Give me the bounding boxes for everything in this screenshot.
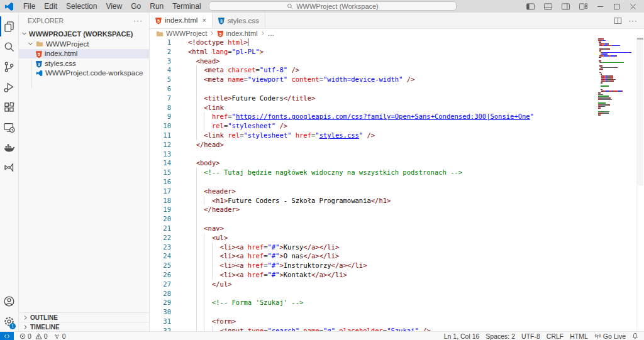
activity-extensions[interactable] <box>0 97 18 117</box>
code-line[interactable]: 16 <box>150 177 644 187</box>
code-line[interactable]: 8<link <box>150 103 644 112</box>
line-content: <!doctype html> <box>188 38 248 47</box>
status-encoding[interactable]: UTF-8 <box>521 332 540 340</box>
status-eol[interactable]: CRLF <box>547 332 564 340</box>
menu-file[interactable]: File <box>19 2 40 11</box>
status-notifications[interactable] <box>632 332 638 339</box>
code-line[interactable]: 3<head> <box>150 57 644 66</box>
tab-index.html[interactable]: 5index.html× <box>150 13 213 28</box>
command-center[interactable]: WWWProject (Workspace) <box>209 1 457 11</box>
problems-indicator[interactable]: 0 0 <box>19 332 48 340</box>
activity-explorer[interactable] <box>0 16 18 36</box>
code-line[interactable]: 20 <box>150 214 644 224</box>
activity-source-control[interactable] <box>0 57 18 77</box>
minimize-button[interactable] <box>597 3 604 10</box>
code-line[interactable]: 26<li><a href="#">Kontakt</a></li> <box>150 270 644 280</box>
restore-button[interactable] <box>613 3 620 10</box>
code-line[interactable]: 17<header> <box>150 187 644 196</box>
breadcrumb-item[interactable]: 5index.html <box>217 30 257 38</box>
line-content: </header> <box>188 205 240 214</box>
code-line[interactable]: 21<nav> <box>150 224 644 233</box>
customize-layout-icon[interactable] <box>579 3 587 10</box>
code-line[interactable]: 23<li><a href="#">Kursy</a></li> <box>150 243 644 252</box>
accounts-button[interactable] <box>0 291 18 311</box>
menu-edit[interactable]: Edit <box>40 2 62 11</box>
panel-timeline[interactable]: TIMELINE <box>19 322 149 331</box>
code-line[interactable]: 25<li><a href="#">Instruktorzy</a></li> <box>150 261 644 270</box>
bell-icon <box>632 332 638 339</box>
breadcrumb-item[interactable]: … <box>268 30 275 37</box>
code-editor[interactable]: 1<!doctype html>2<html lang="pl-PL">3<he… <box>150 38 644 331</box>
line-content: <li><a href="#">Instruktorzy</a></li> <box>188 261 367 270</box>
code-line[interactable]: 11<link rel="stylesheet" href="styles.cs… <box>150 131 644 140</box>
panel-timeline-label: TIMELINE <box>30 324 60 331</box>
toggle-secondary-sidebar-icon[interactable] <box>562 3 570 10</box>
activity-search[interactable] <box>0 36 18 57</box>
tree-item-WWWProject[interactable]: WWWProject <box>19 39 149 49</box>
activity-remote-explorer[interactable] <box>0 117 18 137</box>
workspace-root[interactable]: WWWPROJECT (WORKSPACE) <box>19 28 149 39</box>
activity-visual-studio[interactable] <box>0 157 18 177</box>
status-cursor-position[interactable]: Ln 1, Col 16 <box>444 332 480 340</box>
code-line[interactable]: 2<html lang="pl-PL"> <box>150 47 644 57</box>
code-line[interactable]: 30 <box>150 307 644 317</box>
close-tab-icon[interactable]: × <box>202 16 206 24</box>
code-line[interactable]: 4<meta charset="utf-8" /> <box>150 65 644 75</box>
code-line[interactable]: 1<!doctype html> <box>150 38 644 47</box>
code-line[interactable]: 5<meta name="viewport" content="width=de… <box>150 75 644 84</box>
code-line[interactable]: 22<ul> <box>150 233 644 243</box>
activity-run-debug[interactable] <box>0 77 18 97</box>
tree-item-styles.css[interactable]: 3styles.css <box>19 58 149 69</box>
code-line[interactable]: 9href="https://fonts.googleapis.com/css?… <box>150 112 644 121</box>
menu-run[interactable]: Run <box>145 2 168 11</box>
menu-view[interactable]: View <box>101 2 126 11</box>
panel-outline[interactable]: OUTLINE <box>19 312 149 322</box>
line-number: 7 <box>150 94 171 103</box>
visual-studio-icon <box>3 162 15 173</box>
code-line[interactable]: 13 <box>150 150 644 159</box>
breadcrumb-item[interactable]: WWWProject <box>156 30 207 37</box>
explorer-more-actions[interactable]: ··· <box>133 16 143 25</box>
activity-docker[interactable] <box>0 137 18 157</box>
remote-indicator[interactable] <box>0 332 14 340</box>
code-line[interactable]: 29<!-- Forma 'Szukaj' --> <box>150 298 644 307</box>
editor-more-actions[interactable]: ··· <box>628 16 638 25</box>
code-line[interactable]: 24<li><a href="#">O nas</a></li> <box>150 251 644 261</box>
line-content <box>188 307 212 317</box>
menu-selection[interactable]: Selection <box>62 2 101 11</box>
code-line[interactable]: 27</ul> <box>150 280 644 289</box>
code-line[interactable]: 28 <box>150 289 644 299</box>
code-line[interactable]: 31<form> <box>150 317 644 326</box>
code-line[interactable]: 14<body> <box>150 158 644 168</box>
menu-terminal[interactable]: Terminal <box>168 2 205 11</box>
tree-item-index.html[interactable]: 5index.html <box>19 49 149 59</box>
code-line[interactable]: 19</header> <box>150 205 644 214</box>
code-line[interactable]: 6 <box>150 84 644 94</box>
editor-scrollbar[interactable] <box>636 38 644 331</box>
close-window-button[interactable] <box>630 3 636 10</box>
minimap[interactable] <box>598 38 636 116</box>
toggle-panel-icon[interactable] <box>544 3 552 10</box>
code-line[interactable]: 12</head> <box>150 140 644 150</box>
ports-indicator[interactable]: 0 <box>53 332 66 340</box>
tab-styles.css[interactable]: 3styles.css <box>213 13 265 28</box>
line-content: rel="stylesheet" /> <box>188 121 287 131</box>
line-number: 19 <box>150 205 171 214</box>
code-line[interactable]: 7<title>Future Coders</title> <box>150 94 644 103</box>
status-language-mode[interactable]: HTML <box>570 332 588 340</box>
line-number: 28 <box>150 289 171 299</box>
toggle-sidebar-icon[interactable] <box>526 3 535 10</box>
status-go-live[interactable]: Go Live <box>594 332 626 340</box>
menubar: FileEditSelectionViewGoRunTerminalHelp <box>19 2 230 11</box>
tab-label: index.html <box>165 16 197 24</box>
code-line[interactable]: 10rel="stylesheet" /> <box>150 121 644 131</box>
code-line[interactable]: 18<h1>Future Coders - Szkoła Programowan… <box>150 196 644 206</box>
split-editor-icon[interactable] <box>614 17 622 25</box>
status-indentation[interactable]: Spaces: 2 <box>486 332 515 340</box>
code-line[interactable]: 15<!-- Tutaj będzie nagłówek widoczny na… <box>150 168 644 177</box>
search-icon <box>3 41 15 53</box>
settings-button[interactable]: 1 <box>0 311 18 331</box>
code-line[interactable]: 32<input type="search" name="q" placehol… <box>150 326 644 331</box>
tree-item-WWWProject.code-workspace[interactable]: WWWProject.code-workspace <box>19 69 149 79</box>
menu-go[interactable]: Go <box>126 2 145 11</box>
